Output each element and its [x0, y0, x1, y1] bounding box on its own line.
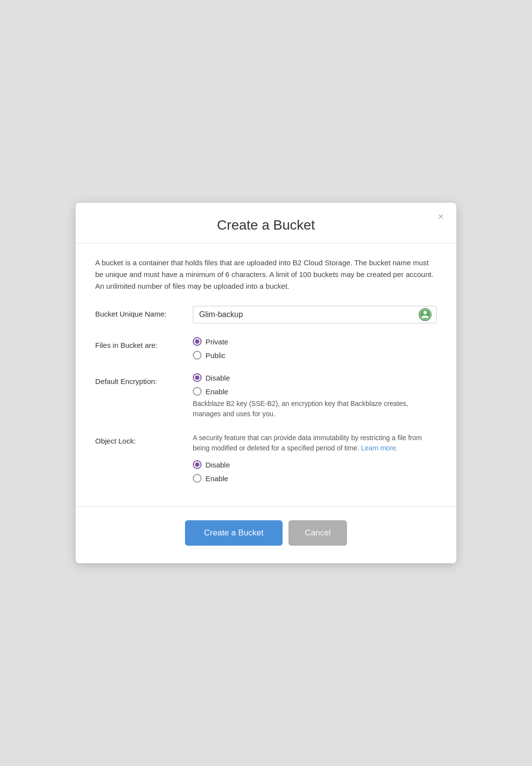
encryption-row: Default Encryption: Disable Enable Backb…	[95, 373, 437, 419]
encryption-disable-radio[interactable]	[193, 373, 202, 382]
description-text: A bucket is a container that holds files…	[95, 257, 437, 292]
encryption-disable-option[interactable]: Disable	[193, 373, 437, 382]
files-private-option[interactable]: Private	[193, 337, 437, 346]
encryption-description: Backblaze B2 key (SSE-B2), an encryption…	[193, 399, 437, 419]
files-control: Private Public	[193, 337, 437, 360]
modal-footer: Create a Bucket Cancel	[76, 506, 456, 563]
files-private-radio[interactable]	[193, 337, 202, 346]
modal-title: Create a Bucket	[95, 217, 437, 233]
object-lock-row: Object Lock: A security feature that can…	[95, 433, 437, 483]
modal-header: Create a Bucket ×	[76, 203, 456, 243]
object-lock-disable-radio[interactable]	[193, 460, 202, 469]
encryption-control: Disable Enable Backblaze B2 key (SSE-B2)…	[193, 373, 437, 419]
object-lock-description: A security feature that can provide data…	[193, 433, 437, 453]
files-public-option[interactable]: Public	[193, 351, 437, 360]
object-lock-control: A security feature that can provide data…	[193, 433, 437, 483]
bucket-name-row: Bucket Unique Name:	[95, 306, 437, 323]
modal-body: A bucket is a container that holds files…	[76, 243, 456, 506]
object-lock-label: Object Lock:	[95, 433, 193, 445]
create-bucket-button[interactable]: Create a Bucket	[185, 520, 283, 546]
files-public-radio[interactable]	[193, 351, 202, 360]
object-lock-disable-option[interactable]: Disable	[193, 460, 437, 469]
bucket-name-input[interactable]	[193, 306, 437, 323]
close-button[interactable]: ×	[434, 210, 448, 223]
files-in-bucket-row: Files in Bucket are: Private Public	[95, 337, 437, 360]
learn-more-link[interactable]: Learn more.	[361, 444, 398, 452]
files-label: Files in Bucket are:	[95, 337, 193, 349]
encryption-radio-group: Disable Enable	[193, 373, 437, 396]
bucket-name-label: Bucket Unique Name:	[95, 306, 193, 318]
files-public-label: Public	[205, 351, 225, 360]
encryption-disable-label: Disable	[205, 374, 230, 382]
encryption-label: Default Encryption:	[95, 373, 193, 385]
create-bucket-modal: Create a Bucket × A bucket is a containe…	[76, 203, 456, 563]
encryption-enable-label: Enable	[205, 387, 228, 396]
input-wrapper	[193, 306, 437, 323]
object-lock-radio-group: Disable Enable	[193, 460, 437, 483]
encryption-enable-radio[interactable]	[193, 387, 202, 396]
svg-point-2	[424, 311, 427, 314]
bucket-name-control	[193, 306, 437, 323]
object-lock-enable-radio[interactable]	[193, 474, 202, 483]
encryption-enable-option[interactable]: Enable	[193, 387, 437, 396]
files-radio-group: Private Public	[193, 337, 437, 360]
bucket-icon	[418, 308, 432, 321]
modal-overlay: Create a Bucket × A bucket is a containe…	[0, 0, 532, 766]
object-lock-enable-option[interactable]: Enable	[193, 474, 437, 483]
object-lock-disable-label: Disable	[205, 461, 230, 469]
object-lock-enable-label: Enable	[205, 474, 228, 483]
cancel-button[interactable]: Cancel	[288, 520, 347, 546]
files-private-label: Private	[205, 338, 228, 346]
